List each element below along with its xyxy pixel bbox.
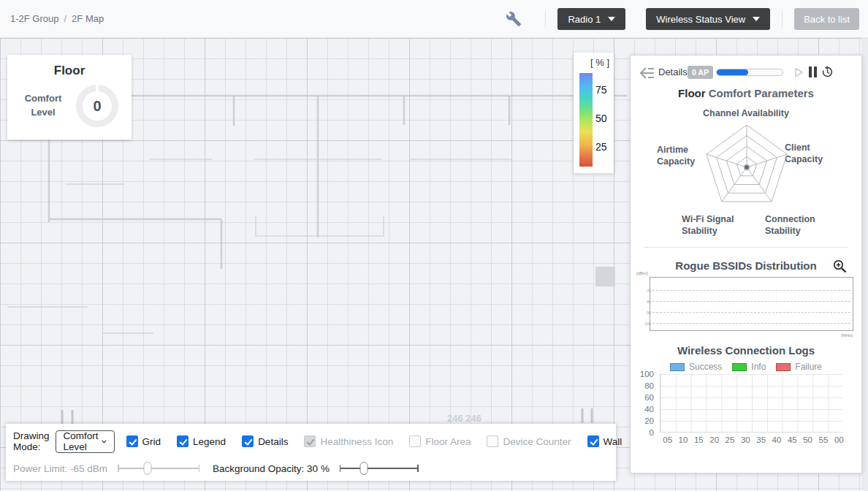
drawing-mode-select[interactable]: Comfort Level xyxy=(56,430,115,453)
comfort-level-value: 0 xyxy=(93,98,101,115)
breadcrumb-separator: / xyxy=(64,13,66,24)
background-opacity-slider[interactable] xyxy=(340,461,419,476)
checkbox-details[interactable]: Details xyxy=(242,435,288,447)
rogue-y-tick: -90 xyxy=(646,311,651,315)
checkbox-healthiness-icon[interactable]: Healthiness Icon xyxy=(304,435,393,447)
chevron-down-icon xyxy=(102,439,107,444)
breadcrumb-group-link[interactable]: 1-2F Group xyxy=(10,13,58,24)
rogue-x-unit: [MHz] xyxy=(841,333,853,338)
floor-card-title: Floor xyxy=(7,64,132,78)
collapse-panel-icon[interactable] xyxy=(639,66,655,80)
checkbox-box xyxy=(126,435,138,447)
logs-y-tick: 0 xyxy=(635,428,654,437)
drawing-mode-label: Drawing Mode: xyxy=(13,430,50,452)
background-opacity-label: Background Opacity: 30 % xyxy=(213,463,330,474)
radar-axis-channel-availability: Channel Availability xyxy=(631,107,861,119)
map-controls-panel: Drawing Mode: Comfort Level Grid Legend … xyxy=(6,424,616,481)
checkbox-wall[interactable]: Wall xyxy=(587,435,623,447)
checkbox-box xyxy=(304,435,316,447)
slider-track xyxy=(118,468,199,469)
rogue-y-tick: -70 xyxy=(646,289,651,293)
power-limit-label: Power Limit: -65 dBm xyxy=(13,463,107,474)
floor-summary-card: Floor Comfort Level 0 xyxy=(7,55,132,140)
rogue-y-tick: -100 xyxy=(644,321,651,326)
timeline-slider-fill xyxy=(717,69,748,75)
logs-y-tick: 100 xyxy=(635,370,654,378)
zoom-in-icon[interactable] xyxy=(833,259,847,273)
toolbar-divider xyxy=(782,11,783,27)
breadcrumb: 1-2F Group/2F Map xyxy=(10,13,104,24)
refresh-icon[interactable] xyxy=(821,66,834,78)
logs-plot-area xyxy=(660,374,842,433)
chevron-down-icon xyxy=(753,17,760,21)
checkbox-box xyxy=(487,435,498,447)
radar-section-title: Floor Comfort Parameters xyxy=(631,87,861,99)
slider-track xyxy=(340,468,419,469)
slider-thumb[interactable] xyxy=(144,462,152,475)
checkbox-legend[interactable]: Legend xyxy=(177,435,226,447)
radio-select[interactable]: Radio 1 xyxy=(557,8,625,30)
checkbox-box xyxy=(409,435,421,447)
checkbox-box xyxy=(587,435,599,447)
comfort-level-gauge: 0 xyxy=(76,85,118,127)
logs-chart: 100 80 60 40 20 0 0510 1520 2530 3540 45… xyxy=(635,370,859,450)
top-bar: 1-2F Group/2F Map Radio 1 Wireless Statu… xyxy=(0,0,868,38)
slider-thumb[interactable] xyxy=(360,462,368,475)
wrench-icon[interactable] xyxy=(506,11,522,27)
back-to-list-button[interactable]: Back to list xyxy=(794,8,859,30)
details-label: Details xyxy=(658,66,688,77)
rogue-y-tick: -80 xyxy=(646,300,651,304)
ap-count-badge: 0 AP xyxy=(688,66,713,79)
power-limit-slider[interactable] xyxy=(118,461,199,476)
checkbox-grid[interactable]: Grid xyxy=(126,435,161,447)
legend-unit-label: [ % ] xyxy=(574,53,614,68)
logs-x-axis: 0510 1520 2530 3540 4550 5500 xyxy=(660,435,847,444)
checkbox-box xyxy=(177,435,189,447)
checkbox-box xyxy=(242,435,254,447)
rogue-section-title: Rogue BSSIDs Distribution xyxy=(631,259,861,272)
rogue-bssid-chart: -70 -80 -90 -100 xyxy=(650,277,853,331)
view-mode-select[interactable]: Wireless Status View xyxy=(646,8,770,30)
radar-axis-connection-stability: Connection Stability xyxy=(765,213,832,237)
breadcrumb-current: 2F Map xyxy=(72,13,104,24)
legend-tick: 75 xyxy=(595,84,607,96)
section-divider xyxy=(644,247,848,248)
legend-tick: 50 xyxy=(595,113,607,124)
legend-tick: 25 xyxy=(595,141,607,153)
logs-y-tick: 80 xyxy=(635,381,654,390)
toolbar-divider xyxy=(545,11,546,27)
checkbox-floor-area[interactable]: Floor Area xyxy=(409,435,471,447)
logs-section-title: Wireless Connection Logs xyxy=(631,344,861,357)
heatmap-legend: [ % ] 75 50 25 xyxy=(574,53,614,173)
comfort-radar-chart xyxy=(666,125,827,209)
chevron-down-icon xyxy=(608,17,615,21)
logs-y-tick: 40 xyxy=(635,405,654,414)
pause-icon[interactable] xyxy=(808,66,818,77)
radar-data-point xyxy=(745,165,749,170)
comfort-level-label: Comfort Level xyxy=(20,92,66,120)
logs-y-tick: 60 xyxy=(635,393,654,402)
timeline-slider[interactable] xyxy=(716,69,783,76)
checkbox-device-counter[interactable]: Device Counter xyxy=(487,435,571,447)
svg-text:246 246: 246 246 xyxy=(447,413,481,424)
app-window: 246 246 1-2F Group/2F Map Radio 1 Wirele… xyxy=(0,0,868,491)
play-icon[interactable] xyxy=(793,67,804,77)
legend-gradient-bar xyxy=(579,73,593,167)
logs-y-tick: 20 xyxy=(635,416,654,425)
details-panel: Details 0 AP Floor Comfort Parameters Ch… xyxy=(630,55,862,473)
radar-axis-wifi-signal-stability: Wi-Fi Signal Stability xyxy=(682,213,750,237)
rogue-y-unit: [dBm] xyxy=(636,271,648,275)
